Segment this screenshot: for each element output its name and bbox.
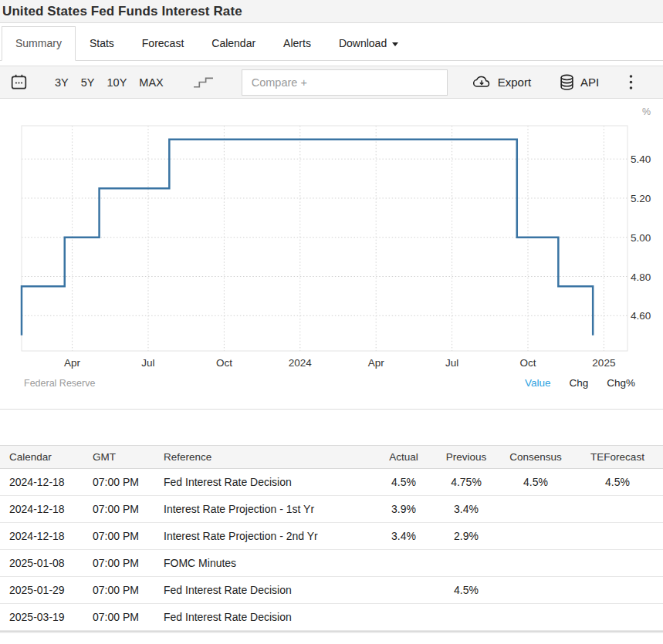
table-cell: Interest Rate Projection - 2nd Yr [164,530,371,542]
table-row[interactable]: 2024-12-1807:00 PMInterest Rate Projecti… [0,496,663,523]
table-row[interactable]: 2024-12-1807:00 PMFed Interest Rate Deci… [0,469,663,496]
tab-forecast[interactable]: Forecast [128,26,198,61]
x-axis-tick-label: Jul [141,357,154,369]
col-header-actual: Actual [371,451,436,463]
table-cell: 2025-03-19 [9,611,93,623]
calendar-table-header: Calendar GMT Reference Actual Previous C… [0,446,663,469]
api-label: API [580,76,599,89]
calendar-table-body: 2024-12-1807:00 PMFed Interest Rate Deci… [0,469,663,631]
table-cell: 2025-01-29 [9,584,93,596]
spacer [0,410,663,445]
source-label: Federal Reserve [24,378,95,389]
col-header-gmt: GMT [93,451,164,463]
x-axis-tick-label: Jul [445,357,458,369]
y-axis-tick-label: 5.20 [631,193,651,204]
toggle-chg-pct[interactable]: Chg% [607,377,635,389]
col-header-previous: Previous [436,451,496,463]
more-options-button[interactable] [629,74,633,90]
x-axis-tick-label: 2025 [592,357,615,369]
page-header: United States Fed Funds Interest Rate [0,0,663,23]
col-header-reference: Reference [164,451,371,463]
calendar-table: Calendar GMT Reference Actual Previous C… [0,445,663,631]
table-cell: Fed Interest Rate Decision [164,584,371,596]
range-max-button[interactable]: MAX [133,73,169,92]
page-title: United States Fed Funds Interest Rate [2,4,242,19]
y-axis-tick-label: 5.00 [631,232,651,244]
table-cell: 07:00 PM [93,611,164,623]
plot-area-border [22,126,627,351]
table-cell: 07:00 PM [93,503,164,515]
compare-field-wrap [242,69,448,96]
x-axis-tick-label: 2024 [289,357,313,369]
x-axis-tick-label: Apr [368,357,385,369]
table-bottom-strip [0,631,663,633]
col-header-consensus: Consensus [496,451,575,463]
table-cell: 4.5% [575,476,660,488]
table-cell: 4.75% [436,476,496,488]
database-icon [560,74,574,91]
table-cell: Interest Rate Projection - 1st Yr [164,503,371,515]
table-cell: 07:00 PM [93,476,164,488]
tab-calendar[interactable]: Calendar [198,26,269,61]
table-row[interactable]: 2025-03-1907:00 PMFed Interest Rate Deci… [0,604,663,631]
chart-card: 5.405.205.004.804.60AprJulOct2024AprJulO… [0,99,663,410]
calendar-icon [11,74,27,90]
tab-bar: Summary Stats Forecast Calendar Alerts D… [0,23,663,61]
table-row[interactable]: 2024-12-1807:00 PMInterest Rate Projecti… [0,523,663,550]
tab-summary[interactable]: Summary [2,26,76,61]
table-cell: FOMC Minutes [164,557,371,569]
chart-type-button[interactable] [193,76,214,89]
y-axis-unit-label: % [642,106,651,117]
col-header-teforecast: TEForecast [575,451,660,463]
rate-chart-svg[interactable]: 5.405.205.004.804.60AprJulOct2024AprJulO… [0,99,663,371]
compare-input[interactable] [242,69,448,96]
tab-alerts[interactable]: Alerts [269,26,325,61]
x-axis-tick-label: Oct [519,357,536,369]
range-5y-button[interactable]: 5Y [75,73,101,92]
cloud-download-icon [472,75,492,89]
step-line-icon [193,76,214,89]
table-cell: 4.5% [496,476,575,488]
table-cell: 07:00 PM [93,584,164,596]
toggle-chg[interactable]: Chg [569,377,588,389]
export-button[interactable]: Export [472,75,531,89]
table-row[interactable]: 2025-01-2907:00 PMFed Interest Rate Deci… [0,577,663,604]
table-cell: Fed Interest Rate Decision [164,611,371,623]
tab-stats[interactable]: Stats [76,26,128,61]
table-cell: 2024-12-18 [9,530,93,542]
y-axis-tick-label: 4.60 [631,310,651,322]
table-cell: 4.5% [371,476,436,488]
range-selector: 3Y 5Y 10Y MAX [49,73,170,92]
series-toggle-group: Value Chg Chg% [525,377,635,389]
range-3y-button[interactable]: 3Y [49,73,75,92]
table-cell: 2.9% [436,530,496,542]
y-axis-tick-label: 5.40 [631,153,651,165]
table-cell: 2024-12-18 [9,503,93,515]
tab-download[interactable]: Download [325,26,412,61]
table-cell: 2024-12-18 [9,476,93,488]
table-cell: 3.9% [371,503,436,515]
date-range-button[interactable] [11,74,27,90]
table-cell: 3.4% [371,530,436,542]
api-button[interactable]: API [560,74,599,91]
toggle-value[interactable]: Value [525,377,551,389]
table-cell: 4.5% [436,584,496,596]
col-header-calendar: Calendar [9,451,93,463]
table-cell: 2025-01-08 [9,557,93,569]
range-10y-button[interactable]: 10Y [101,73,134,92]
chart-toolbar: 3Y 5Y 10Y MAX Export API [0,66,663,99]
x-axis-tick-label: Oct [216,357,232,369]
table-cell: Fed Interest Rate Decision [164,476,371,488]
x-axis-tick-label: Apr [64,357,81,369]
table-cell: 07:00 PM [93,530,164,542]
kebab-menu-icon [629,74,633,90]
chart-footer: Federal Reserve Value Chg Chg% [0,371,663,389]
table-row[interactable]: 2025-01-0807:00 PMFOMC Minutes [0,550,663,577]
table-cell: 07:00 PM [93,557,164,569]
chevron-down-icon [392,42,398,46]
export-label: Export [498,76,531,89]
table-cell: 3.4% [436,503,496,515]
y-axis-tick-label: 4.80 [631,271,651,283]
